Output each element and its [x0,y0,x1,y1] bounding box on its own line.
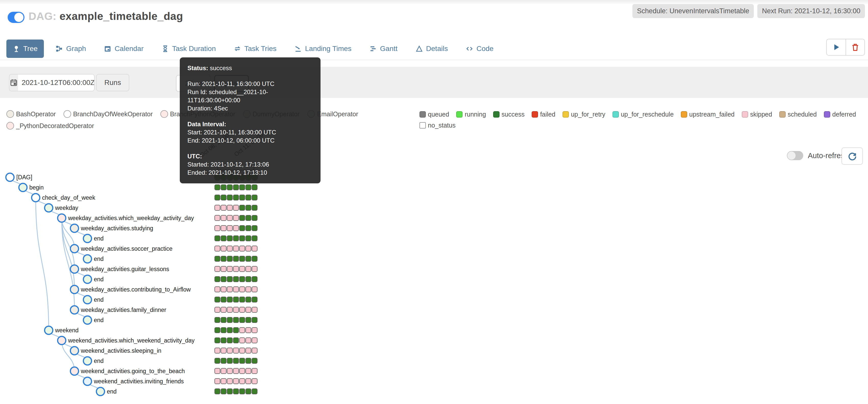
task-instance-square[interactable] [252,277,257,282]
task-instance-square[interactable] [240,348,245,353]
task-instance-square[interactable] [240,389,245,394]
task-node-circle[interactable] [19,183,27,191]
task-instance-square[interactable] [240,205,245,210]
runs-select[interactable]: Runs [96,74,129,91]
task-instance-square[interactable] [252,205,257,210]
task-instance-square[interactable] [227,205,232,210]
task-instance-square[interactable] [246,256,251,261]
task-instance-square[interactable] [215,307,220,312]
task-instance-square[interactable] [227,236,232,241]
task-instance-square[interactable] [227,307,232,312]
task-instance-square[interactable] [233,215,239,221]
task-instance-square[interactable] [233,246,239,251]
task-node-circle[interactable] [83,316,92,324]
task-node-circle[interactable] [70,347,79,355]
task-instance-square[interactable] [221,338,226,343]
task-instance-square[interactable] [233,225,239,231]
task-label[interactable]: check_day_of_week [42,194,95,201]
task-instance-square[interactable] [240,368,245,374]
task-node-circle[interactable] [6,173,14,181]
task-label[interactable]: weekday_activities.studying [81,225,153,231]
task-label[interactable]: end [94,297,103,303]
task-instance-square[interactable] [221,185,226,190]
task-instance-square[interactable] [215,215,220,221]
task-instance-square[interactable] [252,287,257,292]
task-instance-square[interactable] [246,348,251,353]
task-instance-square[interactable] [221,368,226,374]
task-label[interactable]: weekday_activities.family_dinner [81,307,166,313]
task-instance-square[interactable] [246,225,251,231]
tab-calendar[interactable]: Calendar [98,39,150,58]
task-instance-square[interactable] [246,185,251,190]
tab-details[interactable]: Details [409,39,454,58]
task-label[interactable]: weekend [55,327,79,334]
task-instance-square[interactable] [252,307,257,312]
base-date-input[interactable] [18,74,95,91]
task-instance-square[interactable] [215,389,220,394]
task-instance-square[interactable] [227,328,232,333]
task-instance-square[interactable] [252,389,257,394]
task-instance-square[interactable] [215,205,220,210]
task-instance-square[interactable] [246,246,251,251]
task-label[interactable]: begin [29,184,43,191]
task-instance-square[interactable] [233,338,239,343]
task-instance-square[interactable] [252,236,257,241]
task-instance-square[interactable] [240,297,245,302]
task-instance-square[interactable] [227,358,232,364]
task-instance-square[interactable] [240,195,245,200]
task-instance-square[interactable] [252,338,257,343]
task-node-circle[interactable] [70,367,79,375]
task-instance-square[interactable] [233,266,239,272]
task-instance-square[interactable] [240,266,245,272]
task-instance-square[interactable] [221,317,226,323]
task-node-circle[interactable] [70,245,79,253]
task-instance-square[interactable] [233,389,239,394]
task-node-circle[interactable] [83,235,92,243]
calendar-icon[interactable] [9,78,18,87]
task-instance-square[interactable] [240,338,245,343]
task-instance-square[interactable] [215,317,220,323]
task-instance-square[interactable] [252,215,257,221]
task-instance-square[interactable] [227,246,232,251]
task-instance-square[interactable] [240,236,245,241]
task-instance-square[interactable] [221,277,226,282]
task-instance-square[interactable] [221,246,226,251]
task-instance-square[interactable] [215,287,220,292]
task-instance-square[interactable] [246,358,251,364]
task-instance-square[interactable] [215,297,220,302]
tab-graph[interactable]: Graph [50,39,92,58]
task-instance-square[interactable] [215,195,220,200]
task-instance-square[interactable] [240,225,245,231]
task-instance-square[interactable] [233,236,239,241]
task-instance-square[interactable] [246,368,251,374]
task-instance-square[interactable] [221,236,226,241]
task-instance-square[interactable] [227,225,232,231]
task-label[interactable]: [DAG] [16,174,32,181]
task-instance-square[interactable] [215,225,220,231]
task-instance-square[interactable] [221,266,226,272]
tab-tree[interactable]: Tree [6,39,44,58]
task-instance-square[interactable] [233,317,239,323]
task-instance-square[interactable] [252,256,257,261]
task-label[interactable]: weekend_activities.inviting_friends [94,378,184,384]
task-instance-square[interactable] [215,338,220,343]
task-instance-square[interactable] [221,297,226,302]
task-node-circle[interactable] [70,224,79,232]
task-instance-square[interactable] [252,368,257,374]
task-label[interactable]: weekday [55,205,78,211]
task-instance-square[interactable] [246,236,251,241]
task-instance-square[interactable] [221,256,226,261]
task-instance-square[interactable] [246,378,251,384]
task-instance-square[interactable] [240,378,245,384]
task-instance-square[interactable] [227,317,232,323]
task-instance-square[interactable] [215,348,220,353]
task-instance-square[interactable] [227,215,232,221]
task-label[interactable]: weekday_activities.soccer_practice [81,245,173,252]
task-instance-square[interactable] [240,317,245,323]
tab-task-duration[interactable]: Task Duration [155,39,222,58]
task-instance-square[interactable] [215,266,220,272]
task-instance-square[interactable] [227,256,232,261]
task-instance-square[interactable] [227,277,232,282]
task-node-circle[interactable] [70,306,79,314]
task-instance-square[interactable] [246,307,251,312]
